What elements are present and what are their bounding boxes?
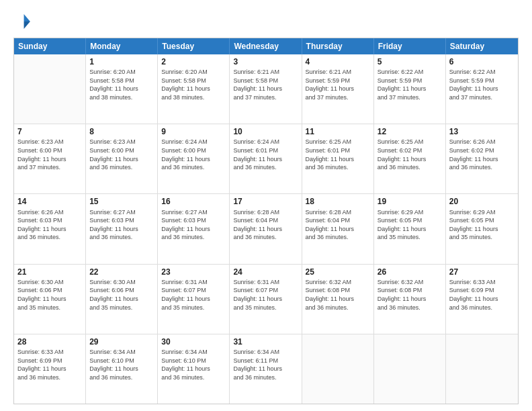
day-number: 21: [17, 267, 82, 277]
cell-info: Sunrise: 6:20 AM Sunset: 5:58 PM Dayligh…: [89, 68, 154, 101]
cal-cell: 1Sunrise: 6:20 AM Sunset: 5:58 PM Daylig…: [86, 54, 158, 124]
day-number: 3: [233, 56, 298, 67]
calendar: SundayMondayTuesdayWednesdayThursdayFrid…: [13, 38, 519, 404]
cal-header-cell: Tuesday: [158, 38, 230, 54]
cal-cell: 15Sunrise: 6:27 AM Sunset: 6:03 PM Dayli…: [86, 194, 158, 263]
cal-cell: 12Sunrise: 6:25 AM Sunset: 6:02 PM Dayli…: [374, 124, 446, 193]
cell-info: Sunrise: 6:21 AM Sunset: 5:59 PM Dayligh…: [306, 68, 370, 101]
cell-info: Sunrise: 6:23 AM Sunset: 6:00 PM Dayligh…: [89, 138, 154, 171]
day-number: 18: [306, 196, 370, 207]
day-number: 29: [89, 336, 154, 347]
day-number: 8: [89, 126, 154, 137]
day-number: 15: [89, 196, 154, 207]
day-number: 11: [306, 126, 370, 137]
day-number: 17: [233, 196, 298, 207]
cal-cell: 23Sunrise: 6:31 AM Sunset: 6:07 PM Dayli…: [158, 265, 230, 334]
cal-header-cell: Monday: [86, 38, 158, 54]
cal-cell: 10Sunrise: 6:24 AM Sunset: 6:01 PM Dayli…: [230, 124, 302, 193]
cell-info: Sunrise: 6:29 AM Sunset: 6:05 PM Dayligh…: [449, 208, 515, 242]
cal-header-cell: Thursday: [302, 38, 374, 54]
cal-cell: [374, 334, 446, 404]
cal-cell: 20Sunrise: 6:29 AM Sunset: 6:05 PM Dayli…: [446, 194, 518, 263]
cal-cell: 4Sunrise: 6:21 AM Sunset: 5:59 PM Daylig…: [302, 54, 374, 124]
cal-cell: 8Sunrise: 6:23 AM Sunset: 6:00 PM Daylig…: [86, 124, 158, 193]
cell-info: Sunrise: 6:32 AM Sunset: 6:08 PM Dayligh…: [306, 278, 370, 312]
day-number: 23: [161, 267, 226, 277]
day-number: 31: [233, 336, 298, 347]
cell-info: Sunrise: 6:28 AM Sunset: 6:04 PM Dayligh…: [233, 208, 298, 242]
cell-info: Sunrise: 6:25 AM Sunset: 6:02 PM Dayligh…: [378, 138, 442, 171]
cell-info: Sunrise: 6:23 AM Sunset: 6:00 PM Dayligh…: [17, 138, 82, 171]
cal-header-cell: Saturday: [446, 38, 518, 54]
svg-marker-1: [24, 21, 30, 29]
day-number: 25: [306, 267, 370, 277]
cell-info: Sunrise: 6:30 AM Sunset: 6:06 PM Dayligh…: [89, 278, 154, 312]
cell-info: Sunrise: 6:21 AM Sunset: 5:58 PM Dayligh…: [233, 68, 298, 101]
cal-cell: 27Sunrise: 6:33 AM Sunset: 6:09 PM Dayli…: [446, 265, 518, 334]
header: [13, 12, 519, 31]
cell-info: Sunrise: 6:31 AM Sunset: 6:07 PM Dayligh…: [233, 278, 298, 312]
cell-info: Sunrise: 6:20 AM Sunset: 5:58 PM Dayligh…: [161, 68, 226, 101]
day-number: 13: [449, 126, 515, 137]
cell-info: Sunrise: 6:24 AM Sunset: 6:01 PM Dayligh…: [233, 138, 298, 171]
cal-cell: 16Sunrise: 6:27 AM Sunset: 6:03 PM Dayli…: [158, 194, 230, 263]
cell-info: Sunrise: 6:28 AM Sunset: 6:04 PM Dayligh…: [306, 208, 370, 242]
cal-header-cell: Wednesday: [230, 38, 302, 54]
cal-header-cell: Friday: [374, 38, 446, 54]
cal-cell: 9Sunrise: 6:24 AM Sunset: 6:00 PM Daylig…: [158, 124, 230, 193]
cal-cell: [14, 54, 86, 124]
cal-row: 7Sunrise: 6:23 AM Sunset: 6:00 PM Daylig…: [14, 124, 518, 194]
cal-row: 28Sunrise: 6:33 AM Sunset: 6:09 PM Dayli…: [14, 334, 518, 404]
cal-cell: 5Sunrise: 6:22 AM Sunset: 5:59 PM Daylig…: [374, 54, 446, 124]
day-number: 27: [449, 267, 515, 277]
cal-cell: 13Sunrise: 6:26 AM Sunset: 6:02 PM Dayli…: [446, 124, 518, 193]
day-number: 5: [378, 56, 442, 67]
cal-cell: 25Sunrise: 6:32 AM Sunset: 6:08 PM Dayli…: [302, 265, 374, 334]
cell-info: Sunrise: 6:33 AM Sunset: 6:09 PM Dayligh…: [449, 278, 515, 312]
page: SundayMondayTuesdayWednesdayThursdayFrid…: [0, 0, 532, 411]
cell-info: Sunrise: 6:31 AM Sunset: 6:07 PM Dayligh…: [161, 278, 226, 312]
cell-info: Sunrise: 6:33 AM Sunset: 6:09 PM Dayligh…: [17, 348, 82, 381]
cell-info: Sunrise: 6:32 AM Sunset: 6:08 PM Dayligh…: [378, 278, 442, 312]
cal-cell: 2Sunrise: 6:20 AM Sunset: 5:58 PM Daylig…: [158, 54, 230, 124]
day-number: 26: [378, 267, 442, 277]
cell-info: Sunrise: 6:34 AM Sunset: 6:11 PM Dayligh…: [233, 348, 298, 381]
day-number: 16: [161, 196, 226, 207]
day-number: 20: [449, 196, 515, 207]
cal-cell: [446, 334, 518, 404]
cell-info: Sunrise: 6:29 AM Sunset: 6:05 PM Dayligh…: [378, 208, 442, 242]
day-number: 14: [17, 196, 82, 207]
cal-cell: 7Sunrise: 6:23 AM Sunset: 6:00 PM Daylig…: [14, 124, 86, 193]
cal-cell: 18Sunrise: 6:28 AM Sunset: 6:04 PM Dayli…: [302, 194, 374, 263]
day-number: 7: [17, 126, 82, 137]
cal-cell: 19Sunrise: 6:29 AM Sunset: 6:05 PM Dayli…: [374, 194, 446, 263]
day-number: 22: [89, 267, 154, 277]
logo: [13, 12, 35, 31]
cell-info: Sunrise: 6:25 AM Sunset: 6:01 PM Dayligh…: [306, 138, 370, 171]
cell-info: Sunrise: 6:22 AM Sunset: 5:59 PM Dayligh…: [378, 68, 442, 101]
calendar-body: 1Sunrise: 6:20 AM Sunset: 5:58 PM Daylig…: [14, 54, 518, 404]
day-number: 2: [161, 56, 226, 67]
day-number: 28: [17, 336, 82, 347]
cal-cell: 17Sunrise: 6:28 AM Sunset: 6:04 PM Dayli…: [230, 194, 302, 263]
cell-info: Sunrise: 6:26 AM Sunset: 6:03 PM Dayligh…: [17, 208, 82, 242]
cell-info: Sunrise: 6:22 AM Sunset: 5:59 PM Dayligh…: [449, 68, 515, 101]
cal-cell: 11Sunrise: 6:25 AM Sunset: 6:01 PM Dayli…: [302, 124, 374, 193]
cal-cell: 14Sunrise: 6:26 AM Sunset: 6:03 PM Dayli…: [14, 194, 86, 263]
cell-info: Sunrise: 6:30 AM Sunset: 6:06 PM Dayligh…: [17, 278, 82, 312]
cal-row: 1Sunrise: 6:20 AM Sunset: 5:58 PM Daylig…: [14, 54, 518, 124]
cal-cell: 24Sunrise: 6:31 AM Sunset: 6:07 PM Dayli…: [230, 265, 302, 334]
cal-cell: 28Sunrise: 6:33 AM Sunset: 6:09 PM Dayli…: [14, 334, 86, 404]
cal-cell: 30Sunrise: 6:34 AM Sunset: 6:10 PM Dayli…: [158, 334, 230, 404]
cal-cell: 31Sunrise: 6:34 AM Sunset: 6:11 PM Dayli…: [230, 334, 302, 404]
cal-cell: 29Sunrise: 6:34 AM Sunset: 6:10 PM Dayli…: [86, 334, 158, 404]
day-number: 9: [161, 126, 226, 137]
cal-cell: 26Sunrise: 6:32 AM Sunset: 6:08 PM Dayli…: [374, 265, 446, 334]
cal-header-cell: Sunday: [14, 38, 86, 54]
day-number: 24: [233, 267, 298, 277]
day-number: 1: [89, 56, 154, 67]
cal-cell: [302, 334, 374, 404]
day-number: 4: [306, 56, 370, 67]
day-number: 6: [449, 56, 515, 67]
cal-cell: 22Sunrise: 6:30 AM Sunset: 6:06 PM Dayli…: [86, 265, 158, 334]
